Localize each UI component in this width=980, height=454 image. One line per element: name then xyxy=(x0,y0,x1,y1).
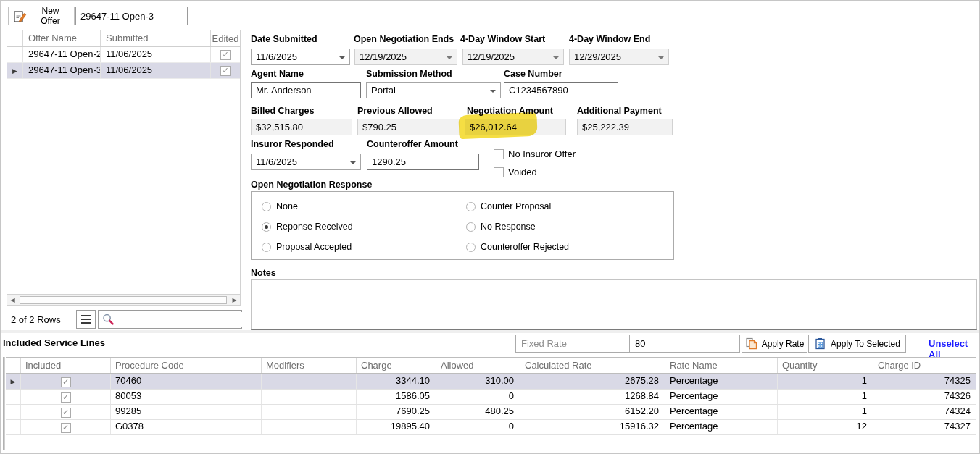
offer-row[interactable]: 29647-11 Open-211/06/2025✓ xyxy=(7,47,240,63)
window-start-label: 4-Day Window Start xyxy=(460,34,545,44)
charge-cell[interactable]: 7690.25 xyxy=(357,405,436,419)
quantity-cell[interactable]: 1 xyxy=(778,390,873,404)
procedure-code-cell[interactable]: G0378 xyxy=(111,420,262,434)
allowed-cell[interactable]: 310.00 xyxy=(436,374,520,389)
modifiers-cell[interactable] xyxy=(262,405,357,419)
procedure-code-cell[interactable]: 70460 xyxy=(111,374,262,389)
submitted-cell[interactable]: 11/06/2025 xyxy=(101,63,211,78)
included-checkbox[interactable]: ✓ xyxy=(61,408,71,418)
offer-row[interactable]: ▶29647-11 Open-311/06/2025✓ xyxy=(7,63,240,79)
allowed-cell[interactable]: 480.25 xyxy=(436,405,520,419)
col-offer-name[interactable]: Offer Name xyxy=(23,30,101,46)
radio-proposal-accepted[interactable]: Proposal Accepted xyxy=(262,242,352,252)
window-end-value: 12/29/2025 xyxy=(574,51,621,62)
window-end-combo[interactable]: 12/29/2025 xyxy=(569,49,669,65)
procedure-code-cell[interactable]: 80053 xyxy=(111,390,262,404)
agent-name-field[interactable]: Mr. Anderson xyxy=(251,82,361,98)
counteroffer-amount-field[interactable]: 1290.25 xyxy=(367,154,479,170)
case-number-field[interactable]: C1234567890 xyxy=(504,82,618,98)
radio-counteroffer-rejected[interactable]: Counteroffer Rejected xyxy=(466,242,569,252)
rate-value-input[interactable] xyxy=(629,335,740,353)
col-allowed[interactable]: Allowed xyxy=(436,358,520,373)
chevron-down-icon xyxy=(339,56,345,59)
previous-allowed-field: $790.25 xyxy=(357,119,460,135)
quantity-cell[interactable]: 1 xyxy=(778,374,873,389)
calculated-rate-cell[interactable]: 1268.84 xyxy=(520,390,665,404)
radio-no-response[interactable]: No Response xyxy=(466,222,536,232)
procedure-code-cell[interactable]: 99285 xyxy=(111,405,262,419)
col-quantity[interactable]: Quantity xyxy=(778,358,873,373)
offer-name-input[interactable] xyxy=(75,7,188,25)
included-checkbox[interactable]: ✓ xyxy=(61,377,71,387)
charge-cell[interactable]: 3344.10 xyxy=(357,374,436,389)
calculated-rate-cell[interactable]: 2675.28 xyxy=(520,374,665,389)
col-submitted[interactable]: Submitted xyxy=(101,30,211,46)
scrollbar-thumb[interactable] xyxy=(20,296,227,304)
allowed-cell[interactable]: 0 xyxy=(436,390,520,404)
offer-name-cell[interactable]: 29647-11 Open-3 xyxy=(23,63,101,78)
rate-name-cell[interactable]: Percentage xyxy=(665,405,778,419)
scroll-left-icon[interactable]: ◀ xyxy=(7,295,18,305)
radio-none[interactable]: None xyxy=(262,201,298,211)
included-checkbox[interactable]: ✓ xyxy=(61,392,71,403)
calculated-rate-cell[interactable]: 6152.20 xyxy=(520,405,665,419)
charge-id-cell[interactable]: 74327 xyxy=(873,420,976,434)
search-input[interactable] xyxy=(115,312,243,327)
charge-cell[interactable]: 1586.05 xyxy=(357,390,436,404)
col-rate-name[interactable]: Rate Name xyxy=(665,358,778,373)
calculated-rate-cell[interactable]: 15916.32 xyxy=(520,420,665,434)
included-checkbox[interactable]: ✓ xyxy=(61,423,71,433)
offers-grid-body: 29647-11 Open-211/06/2025✓▶29647-11 Open… xyxy=(7,47,240,79)
date-submitted-combo[interactable]: 11/6/2025 xyxy=(251,49,350,65)
no-insuror-offer-checkbox[interactable]: No Insuror Offer xyxy=(494,148,576,159)
rate-name-cell[interactable]: Percentage xyxy=(665,420,778,434)
scroll-right-icon[interactable]: ▶ xyxy=(229,295,240,305)
charge-id-cell[interactable]: 74325 xyxy=(873,374,976,389)
offers-horizontal-scrollbar[interactable]: ◀ ▶ xyxy=(7,294,241,306)
quantity-cell[interactable]: 12 xyxy=(778,420,873,434)
col-calculated-rate[interactable]: Calculated Rate xyxy=(520,358,665,373)
allowed-cell[interactable]: 0 xyxy=(436,420,520,434)
grid-menu-button[interactable] xyxy=(76,310,96,329)
service-line-row[interactable]: ▶✓704603344.10310.002675.28Percentage174… xyxy=(6,374,976,390)
edited-checkbox[interactable]: ✓ xyxy=(220,50,231,60)
window-start-combo[interactable]: 12/19/2025 xyxy=(462,49,564,65)
col-procedure-code[interactable]: Procedure Code xyxy=(111,358,262,373)
service-line-row[interactable]: ✓G037819895.40015916.32Percentage1274327 xyxy=(6,420,976,435)
edited-checkbox[interactable]: ✓ xyxy=(220,66,231,76)
service-line-row[interactable]: ✓800531586.0501268.84Percentage174326 xyxy=(6,390,976,405)
submission-method-combo[interactable]: Portal xyxy=(366,82,501,98)
col-charge[interactable]: Charge xyxy=(357,358,436,373)
charge-id-cell[interactable]: 74324 xyxy=(873,405,976,419)
rate-name-cell[interactable]: Percentage xyxy=(665,374,778,389)
chevron-down-icon xyxy=(553,56,559,59)
apply-rate-button[interactable]: Apply Rate xyxy=(742,335,807,353)
modifiers-cell[interactable] xyxy=(262,390,357,404)
col-edited[interactable]: Edited xyxy=(211,30,240,46)
modifiers-cell[interactable] xyxy=(262,374,357,389)
new-offer-button[interactable]: New Offer xyxy=(8,7,75,25)
radio-reponse-received[interactable]: Reponse Received xyxy=(262,222,353,232)
submission-method-label: Submission Method xyxy=(366,69,452,79)
notes-textarea[interactable] xyxy=(251,279,977,330)
fixed-rate-input[interactable] xyxy=(515,335,630,353)
apply-to-selected-button[interactable]: Apply To Selected xyxy=(808,335,906,353)
col-modifiers[interactable]: Modifiers xyxy=(262,358,357,373)
checkbox-icon xyxy=(494,149,504,159)
col-charge-id[interactable]: Charge ID xyxy=(873,358,976,373)
open-negotiation-ends-combo[interactable]: 12/19/2025 xyxy=(354,49,457,65)
submitted-cell[interactable]: 11/06/2025 xyxy=(101,47,211,62)
voided-checkbox[interactable]: Voided xyxy=(494,167,537,177)
rate-name-cell[interactable]: Percentage xyxy=(665,390,778,404)
charge-id-cell[interactable]: 74326 xyxy=(873,390,976,404)
offer-name-cell[interactable]: 29647-11 Open-2 xyxy=(23,47,101,62)
insuror-responded-combo[interactable]: 11/6/2025 xyxy=(251,154,361,170)
col-included[interactable]: Included xyxy=(21,358,111,373)
offers-search-box[interactable] xyxy=(98,310,242,329)
modifiers-cell[interactable] xyxy=(262,420,357,434)
charge-cell[interactable]: 19895.40 xyxy=(357,420,436,434)
radio-counter-proposal[interactable]: Counter Proposal xyxy=(466,201,551,211)
open-negotiation-ends-value: 12/19/2025 xyxy=(360,51,407,62)
quantity-cell[interactable]: 1 xyxy=(778,405,873,419)
service-line-row[interactable]: ✓992857690.25480.256152.20Percentage1743… xyxy=(6,405,976,420)
